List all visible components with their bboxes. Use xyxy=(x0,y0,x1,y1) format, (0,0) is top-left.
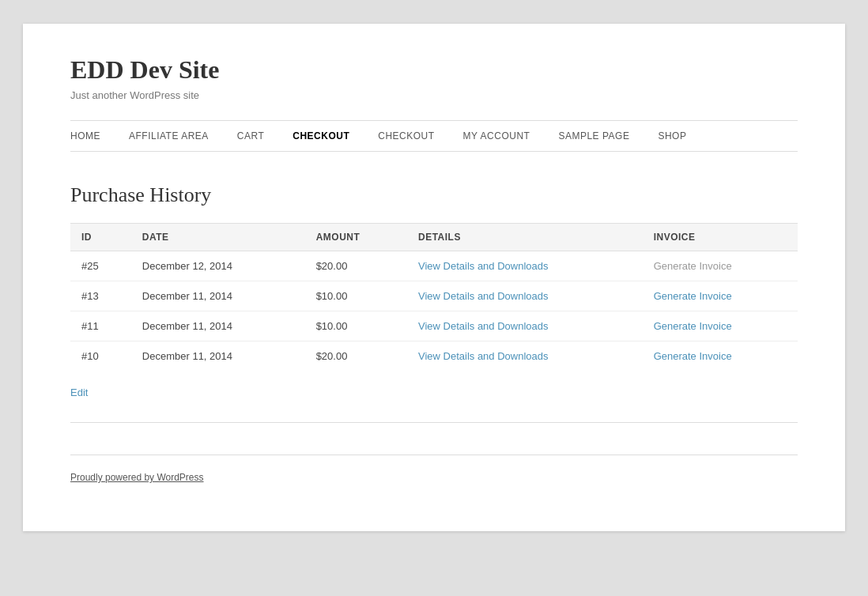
site-footer: Proudly powered by WordPress xyxy=(70,471,798,484)
nav-item-checkout-3: CHECKOUT xyxy=(278,121,364,151)
nav-link-0[interactable]: HOME xyxy=(70,121,115,151)
nav-item-affiliate-area-1: AFFILIATE AREA xyxy=(115,121,223,151)
footer-separator xyxy=(70,455,798,455)
nav-item-sample-page-6: SAMPLE PAGE xyxy=(544,121,643,151)
section-separator xyxy=(70,422,798,423)
edit-link[interactable]: Edit xyxy=(70,387,798,398)
purchase-details: View Details and Downloads xyxy=(407,311,643,341)
site-tagline: Just another WordPress site xyxy=(70,89,798,101)
generate-invoice-link[interactable]: Generate Invoice xyxy=(654,290,732,302)
purchase-date: December 11, 2014 xyxy=(131,281,305,311)
view-details-link[interactable]: View Details and Downloads xyxy=(418,350,549,362)
table-row: #11December 11, 2014$10.00View Details a… xyxy=(70,311,798,341)
purchase-details: View Details and Downloads xyxy=(407,341,643,372)
view-details-link[interactable]: View Details and Downloads xyxy=(418,320,549,332)
page-wrapper: EDD Dev Site Just another WordPress site… xyxy=(23,24,845,531)
table-row: #10December 11, 2014$20.00View Details a… xyxy=(70,341,798,372)
view-details-link[interactable]: View Details and Downloads xyxy=(418,260,549,272)
nav-link-7[interactable]: SHOP xyxy=(643,121,700,151)
table-col-details: DETAILS xyxy=(407,224,643,251)
nav-link-5[interactable]: MY ACCOUNT xyxy=(449,121,545,151)
generate-invoice-link[interactable]: Generate Invoice xyxy=(654,350,732,362)
purchase-table: IDDATEAMOUNTDETAILSINVOICE #25December 1… xyxy=(70,223,798,371)
nav-item-cart-2: CART xyxy=(223,121,278,151)
purchase-id: #10 xyxy=(70,341,131,372)
generate-invoice-link[interactable]: Generate Invoice xyxy=(654,320,732,332)
nav-link-1[interactable]: AFFILIATE AREA xyxy=(115,121,223,151)
purchase-invoice: Generate Invoice xyxy=(643,251,798,281)
purchase-id: #13 xyxy=(70,281,131,311)
purchase-id: #11 xyxy=(70,311,131,341)
purchase-details: View Details and Downloads xyxy=(407,281,643,311)
nav-item-checkout-4: CHECKOUT xyxy=(364,121,448,151)
table-col-amount: AMOUNT xyxy=(305,224,407,251)
powered-by-link[interactable]: Proudly powered by WordPress xyxy=(70,472,204,483)
table-col-invoice: INVOICE xyxy=(643,224,798,251)
table-row: #25December 12, 2014$20.00View Details a… xyxy=(70,251,798,281)
purchase-amount: $10.00 xyxy=(305,281,407,311)
nav-link-2[interactable]: CART xyxy=(223,121,278,151)
purchase-date: December 12, 2014 xyxy=(131,251,305,281)
purchase-amount: $10.00 xyxy=(305,311,407,341)
generate-invoice-link[interactable]: Generate Invoice xyxy=(654,260,732,272)
purchase-amount: $20.00 xyxy=(305,341,407,372)
purchase-invoice: Generate Invoice xyxy=(643,311,798,341)
purchase-amount: $20.00 xyxy=(305,251,407,281)
purchase-invoice: Generate Invoice xyxy=(643,341,798,372)
nav-link-3[interactable]: CHECKOUT xyxy=(278,121,364,151)
nav-link-4[interactable]: CHECKOUT xyxy=(364,121,448,151)
purchase-id: #25 xyxy=(70,251,131,281)
main-nav: HOMEAFFILIATE AREACARTCHECKOUTCHECKOUTMY… xyxy=(70,120,798,152)
table-col-date: DATE xyxy=(131,224,305,251)
purchase-date: December 11, 2014 xyxy=(131,311,305,341)
main-content: Purchase History IDDATEAMOUNTDETAILSINVO… xyxy=(70,183,798,423)
nav-item-my-account-5: MY ACCOUNT xyxy=(449,121,545,151)
site-header: EDD Dev Site Just another WordPress site xyxy=(70,55,798,101)
purchase-invoice: Generate Invoice xyxy=(643,281,798,311)
table-row: #13December 11, 2014$10.00View Details a… xyxy=(70,281,798,311)
nav-item-home-0: HOME xyxy=(70,121,115,151)
purchase-date: December 11, 2014 xyxy=(131,341,305,372)
table-col-id: ID xyxy=(70,224,131,251)
view-details-link[interactable]: View Details and Downloads xyxy=(418,290,549,302)
purchase-details: View Details and Downloads xyxy=(407,251,643,281)
page-heading: Purchase History xyxy=(70,183,798,207)
site-title: EDD Dev Site xyxy=(70,55,798,85)
nav-item-shop-7: SHOP xyxy=(643,121,700,151)
nav-link-6[interactable]: SAMPLE PAGE xyxy=(544,121,643,151)
